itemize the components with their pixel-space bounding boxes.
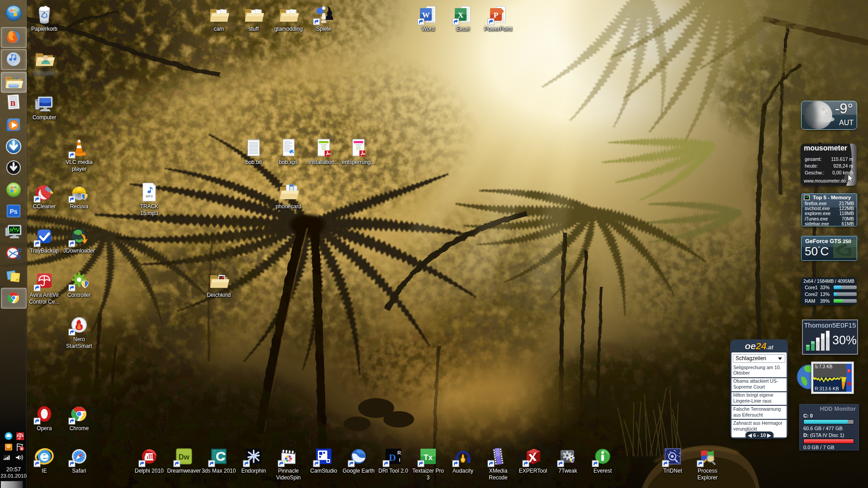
svg-text:X: X [458,11,464,19]
svg-text:Ps: Ps [9,208,17,215]
svg-text:W: W [422,11,430,19]
svg-text:I: I [399,457,400,463]
svg-text:P: P [494,11,498,19]
svg-text:Tx: Tx [424,453,433,462]
svg-text:Dw: Dw [179,453,190,461]
svg-text:MP3: MP3 [146,194,152,198]
svg-text:n: n [10,98,15,108]
svg-text:R: R [397,450,401,455]
svg-text:D: D [389,452,396,463]
